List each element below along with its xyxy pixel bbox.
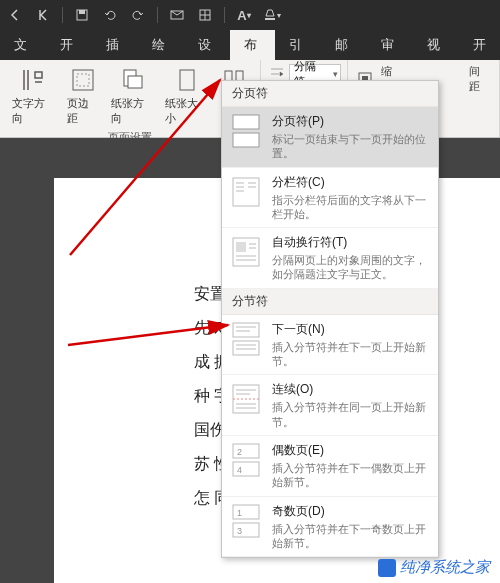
spacing-label: 间距: [469, 64, 491, 94]
watermark-text: 纯净系统之家: [400, 558, 490, 577]
menu-column-break-title: 分栏符(C): [272, 174, 430, 191]
menu-continuous[interactable]: 连续(O) 插入分节符并在同一页上开始新节。: [222, 375, 438, 436]
svg-rect-28: [233, 323, 259, 337]
watermark-icon: [378, 559, 396, 577]
svg-rect-16: [233, 178, 259, 206]
tab-insert[interactable]: 插入: [92, 30, 138, 60]
margins-icon: [69, 66, 97, 94]
tab-mailings[interactable]: 邮件: [321, 30, 367, 60]
svg-rect-9: [180, 70, 194, 90]
font-color-icon[interactable]: A▾: [235, 6, 253, 24]
svg-text:3: 3: [237, 526, 242, 536]
margins-label: 页边距: [67, 96, 99, 126]
svg-text:2: 2: [237, 447, 242, 457]
menu-page-break-desc: 标记一页结束与下一页开始的位置。: [272, 132, 430, 161]
menu-column-break-desc: 指示分栏符后面的文字将从下一栏开始。: [272, 193, 430, 222]
menu-next-page-desc: 插入分节符并在下一页上开始新节。: [272, 340, 430, 369]
text-direction-label: 文字方向: [12, 96, 55, 126]
even-page-icon: 24: [230, 442, 262, 478]
next-page-icon: [230, 321, 262, 357]
column-break-icon: [230, 174, 262, 210]
save-icon[interactable]: [73, 6, 91, 24]
back-icon[interactable]: [6, 6, 24, 24]
orientation-label: 纸张方向: [111, 96, 154, 126]
tab-file[interactable]: 文件: [0, 30, 46, 60]
highlight-icon[interactable]: ▾: [263, 6, 281, 24]
tab-draw[interactable]: 绘图: [138, 30, 184, 60]
svg-rect-4: [265, 18, 275, 20]
svg-rect-23: [236, 242, 246, 252]
text-direction-button[interactable]: 文字方向: [8, 64, 59, 128]
table-icon[interactable]: [196, 6, 214, 24]
svg-rect-8: [128, 76, 142, 88]
menu-even-page-desc: 插入分节符并在下一偶数页上开始新节。: [272, 461, 430, 490]
svg-rect-6: [77, 74, 89, 86]
menu-text-wrapping-title: 自动换行符(T): [272, 234, 430, 251]
menu-page-break-title: 分页符(P): [272, 113, 430, 130]
menu-odd-page[interactable]: 13 奇数页(D) 插入分节符并在下一奇数页上开始新节。: [222, 497, 438, 558]
home-icon[interactable]: [34, 6, 52, 24]
size-label: 纸张大小: [165, 96, 208, 126]
undo-icon[interactable]: [101, 6, 119, 24]
tab-home[interactable]: 开始: [46, 30, 92, 60]
menu-odd-page-title: 奇数页(D): [272, 503, 430, 520]
odd-page-icon: 13: [230, 503, 262, 539]
tab-references[interactable]: 引用: [275, 30, 321, 60]
svg-rect-5: [73, 70, 93, 90]
tab-developer[interactable]: 开: [459, 30, 500, 60]
svg-rect-31: [233, 341, 259, 355]
orientation-button[interactable]: 纸张方向: [107, 64, 158, 128]
tab-design[interactable]: 设计: [184, 30, 230, 60]
menu-even-page[interactable]: 24 偶数页(E) 插入分节符并在下一偶数页上开始新节。: [222, 436, 438, 497]
menu-page-break[interactable]: 分页符(P) 标记一页结束与下一页开始的位置。: [222, 107, 438, 168]
section-page-breaks: 分页符: [222, 81, 438, 107]
svg-rect-14: [233, 115, 259, 129]
tab-view[interactable]: 视图: [413, 30, 459, 60]
menu-column-break[interactable]: 分栏符(C) 指示分栏符后面的文字将从下一栏开始。: [222, 168, 438, 229]
watermark: 纯净系统之家: [378, 558, 490, 577]
svg-text:1: 1: [237, 508, 242, 518]
breaks-menu: 分页符 分页符(P) 标记一页结束与下一页开始的位置。 分栏符(C) 指示分栏符…: [221, 80, 439, 558]
section-section-breaks: 分节符: [222, 289, 438, 315]
menu-continuous-desc: 插入分节符并在同一页上开始新节。: [272, 400, 430, 429]
continuous-icon: [230, 381, 262, 417]
menu-text-wrapping[interactable]: 自动换行符(T) 分隔网页上的对象周围的文字，如分隔题注文字与正文。: [222, 228, 438, 289]
menu-odd-page-desc: 插入分节符并在下一奇数页上开始新节。: [272, 522, 430, 551]
menu-next-page-title: 下一页(N): [272, 321, 430, 338]
mail-icon[interactable]: [168, 6, 186, 24]
tab-review[interactable]: 审阅: [367, 30, 413, 60]
redo-icon[interactable]: [129, 6, 147, 24]
ribbon-tabs: 文件 开始 插入 绘图 设计 布局 引用 邮件 审阅 视图 开: [0, 30, 500, 60]
svg-rect-1: [79, 10, 85, 14]
text-direction-icon: [19, 66, 47, 94]
menu-text-wrapping-desc: 分隔网页上的对象周围的文字，如分隔题注文字与正文。: [272, 253, 430, 282]
size-icon: [173, 66, 201, 94]
menu-even-page-title: 偶数页(E): [272, 442, 430, 459]
margins-button[interactable]: 页边距: [63, 64, 103, 128]
size-button[interactable]: 纸张大小: [161, 64, 212, 128]
tab-layout[interactable]: 布局: [230, 30, 276, 60]
text-wrapping-icon: [230, 234, 262, 270]
orientation-icon: [118, 66, 146, 94]
quick-access-toolbar: A▾ ▾: [0, 0, 500, 30]
menu-next-page[interactable]: 下一页(N) 插入分节符并在下一页上开始新节。: [222, 315, 438, 376]
svg-text:4: 4: [237, 465, 242, 475]
page-break-icon: [230, 113, 262, 149]
svg-rect-15: [233, 133, 259, 147]
menu-continuous-title: 连续(O): [272, 381, 430, 398]
